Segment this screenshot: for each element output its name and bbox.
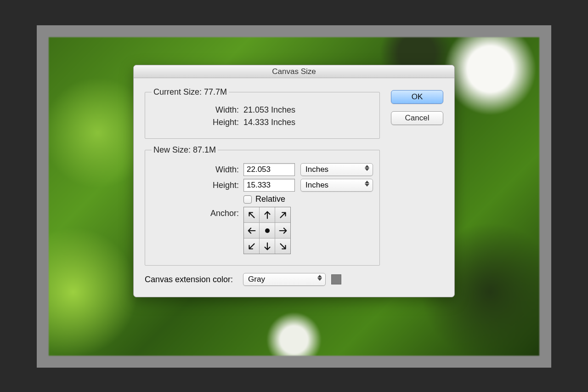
- current-size-group: Current Size: 77.7M Width: 21.053 Inches…: [145, 87, 380, 139]
- canvas-size-dialog: Canvas Size Current Size: 77.7M Width: 2…: [133, 65, 455, 297]
- new-size-legend-value: 87.1M: [193, 145, 216, 154]
- relative-checkbox[interactable]: [243, 195, 252, 204]
- anchor-ne[interactable]: [275, 207, 290, 222]
- new-width-unit-select[interactable]: Inches: [300, 163, 373, 176]
- anchor-center[interactable]: [260, 223, 275, 238]
- anchor-label: Anchor:: [152, 207, 243, 218]
- current-height-value: 14.333 Inches: [243, 118, 295, 127]
- chevron-down-icon: [317, 278, 322, 281]
- dialog-body: Current Size: 77.7M Width: 21.053 Inches…: [134, 78, 454, 297]
- current-width-row: Width: 21.053 Inches: [152, 105, 373, 115]
- chevron-up-icon: [365, 165, 369, 168]
- new-width-label: Width:: [152, 165, 243, 175]
- current-size-legend-prefix: Current Size:: [153, 87, 202, 97]
- anchor-w[interactable]: [244, 223, 259, 238]
- chevron-down-icon: [365, 168, 369, 171]
- relative-label: Relative: [255, 194, 285, 204]
- new-height-unit-select[interactable]: Inches: [300, 179, 373, 192]
- current-size-legend-value: 77.7M: [204, 87, 227, 97]
- current-size-legend: Current Size: 77.7M: [152, 87, 229, 97]
- dialog-left-column: Current Size: 77.7M Width: 21.053 Inches…: [145, 87, 380, 286]
- current-height-label: Height:: [152, 118, 243, 127]
- anchor-e[interactable]: [275, 223, 290, 238]
- new-size-legend-prefix: New Size:: [153, 145, 191, 154]
- new-height-unit-value: Inches: [305, 181, 328, 189]
- anchor-n[interactable]: [260, 207, 275, 222]
- anchor-grid: [243, 207, 291, 254]
- new-height-row: Height: Inches: [152, 179, 373, 192]
- new-width-unit-value: Inches: [305, 165, 328, 174]
- anchor-se[interactable]: [275, 239, 290, 254]
- current-width-label: Width:: [152, 105, 243, 115]
- ok-button[interactable]: OK: [391, 90, 443, 104]
- dialog-title: Canvas Size: [134, 65, 454, 78]
- stepper-icon: [317, 275, 322, 281]
- dialog-right-column: OK Cancel: [391, 87, 443, 286]
- extension-color-value: Gray: [248, 275, 265, 284]
- extension-row: Canvas extension color: Gray: [145, 273, 380, 286]
- new-width-row: Width: Inches: [152, 163, 373, 176]
- extension-color-swatch[interactable]: [331, 274, 341, 284]
- new-height-input[interactable]: [243, 179, 295, 192]
- current-height-row: Height: 14.333 Inches: [152, 118, 373, 127]
- extension-color-select[interactable]: Gray: [243, 273, 326, 286]
- new-size-legend: New Size: 87.1M: [152, 145, 218, 155]
- chevron-down-icon: [365, 184, 369, 187]
- anchor-s[interactable]: [260, 239, 275, 254]
- relative-row: Relative: [152, 194, 373, 204]
- chevron-up-icon: [365, 181, 369, 183]
- current-width-value: 21.053 Inches: [243, 105, 295, 115]
- stepper-icon: [364, 181, 370, 187]
- anchor-row: Anchor:: [152, 207, 373, 254]
- chevron-up-icon: [317, 275, 322, 278]
- new-size-group: New Size: 87.1M Width: Inches H: [145, 145, 380, 266]
- anchor-sw[interactable]: [244, 239, 259, 254]
- dot-icon: [265, 228, 270, 233]
- cancel-button[interactable]: Cancel: [391, 111, 443, 125]
- new-width-input[interactable]: [243, 163, 295, 176]
- stepper-icon: [364, 165, 370, 171]
- extension-label: Canvas extension color:: [145, 275, 233, 284]
- anchor-nw[interactable]: [244, 207, 259, 222]
- new-height-label: Height:: [152, 181, 243, 190]
